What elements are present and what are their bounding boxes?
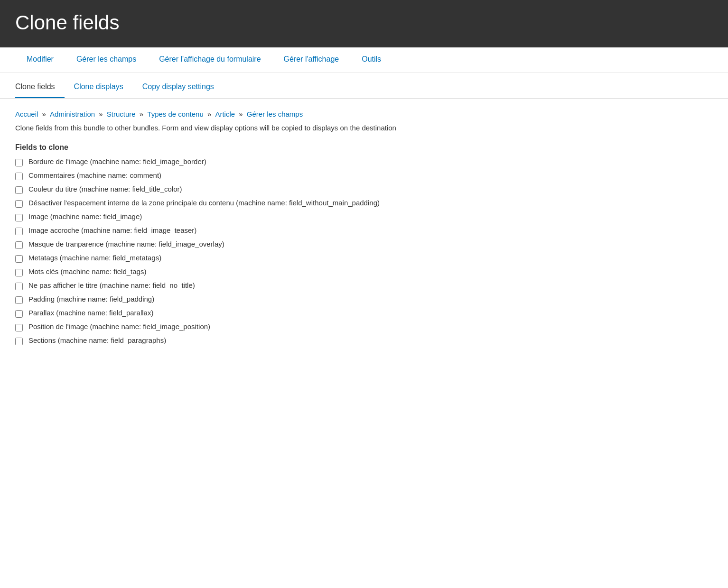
field-label[interactable]: Mots clés (machine name: field_tags) (28, 267, 146, 276)
breadcrumb-accueil[interactable]: Accueil (15, 110, 38, 118)
field-item: Désactiver l'espacement interne de la zo… (15, 199, 713, 208)
field-label[interactable]: Ne pas afficher le titre (machine name: … (28, 281, 195, 289)
field-label[interactable]: Padding (machine name: field_padding) (28, 295, 154, 303)
field-checkbox[interactable] (15, 241, 23, 249)
field-item: Image (machine name: field_image) (15, 212, 713, 221)
main-content: Accueil » Administration » Structure » T… (0, 99, 728, 361)
field-checkbox[interactable] (15, 173, 23, 180)
field-item: Sections (machine name: field_paragraphs… (15, 336, 713, 345)
tab-gerer-affichage[interactable]: Gérer l'affichage (272, 47, 351, 73)
field-item: Bordure de l'image (machine name: field_… (15, 157, 713, 166)
field-label[interactable]: Sections (machine name: field_paragraphs… (28, 336, 166, 344)
field-item: Metatags (machine name: field_metatags) (15, 254, 713, 263)
breadcrumb: Accueil » Administration » Structure » T… (15, 110, 713, 118)
subtab-clone-fields[interactable]: Clone fields (15, 77, 65, 98)
field-item: Couleur du titre (machine name: field_ti… (15, 185, 713, 194)
field-checkbox[interactable] (15, 338, 23, 345)
tab-modifier[interactable]: Modifier (15, 47, 65, 73)
field-item: Position de l'image (machine name: field… (15, 322, 713, 331)
page-header: Clone fields (0, 0, 728, 47)
field-label[interactable]: Image accroche (machine name: field_imag… (28, 226, 196, 234)
field-checkbox[interactable] (15, 283, 23, 290)
field-checkbox[interactable] (15, 324, 23, 331)
fields-section-heading: Fields to clone (15, 143, 713, 152)
tab-gerer-affichage-formulaire[interactable]: Gérer l'affichage du formulaire (148, 47, 272, 73)
field-item: Parallax (machine name: field_parallax) (15, 309, 713, 318)
sub-nav: Clone fields Clone displays Copy display… (0, 77, 728, 99)
field-item: Commentaires (machine name: comment) (15, 171, 713, 180)
fields-list: Bordure de l'image (machine name: field_… (15, 157, 713, 345)
field-label[interactable]: Metatags (machine name: field_metatags) (28, 254, 161, 262)
field-checkbox[interactable] (15, 214, 23, 221)
tab-outils[interactable]: Outils (350, 47, 392, 73)
field-label[interactable]: Bordure de l'image (machine name: field_… (28, 157, 206, 165)
tab-gerer-champs[interactable]: Gérer les champs (65, 47, 148, 73)
field-label[interactable]: Commentaires (machine name: comment) (28, 171, 161, 179)
field-checkbox[interactable] (15, 296, 23, 304)
field-label[interactable]: Position de l'image (machine name: field… (28, 322, 210, 331)
fields-section: Fields to clone Bordure de l'image (mach… (15, 143, 713, 345)
field-item: Mots clés (machine name: field_tags) (15, 267, 713, 276)
field-checkbox[interactable] (15, 310, 23, 318)
field-checkbox[interactable] (15, 159, 23, 166)
field-checkbox[interactable] (15, 269, 23, 276)
breadcrumb-types-contenu[interactable]: Types de contenu (147, 110, 203, 118)
top-nav: Modifier Gérer les champs Gérer l'affich… (0, 47, 728, 73)
field-label[interactable]: Désactiver l'espacement interne de la zo… (28, 199, 380, 207)
breadcrumb-administration[interactable]: Administration (50, 110, 95, 118)
breadcrumb-structure[interactable]: Structure (107, 110, 136, 118)
subtab-copy-display-settings[interactable]: Copy display settings (142, 77, 224, 98)
field-checkbox[interactable] (15, 186, 23, 194)
field-label[interactable]: Parallax (machine name: field_parallax) (28, 309, 153, 317)
field-item: Masque de tranparence (machine name: fie… (15, 240, 713, 249)
breadcrumb-article[interactable]: Article (215, 110, 235, 118)
field-label[interactable]: Couleur du titre (machine name: field_ti… (28, 185, 182, 193)
field-label[interactable]: Image (machine name: field_image) (28, 212, 142, 220)
page-title: Clone fields (15, 11, 713, 34)
field-item: Ne pas afficher le titre (machine name: … (15, 281, 713, 290)
page-description: Clone fields from this bundle to other b… (15, 124, 713, 132)
field-label[interactable]: Masque de tranparence (machine name: fie… (28, 240, 224, 248)
field-checkbox[interactable] (15, 200, 23, 208)
field-checkbox[interactable] (15, 255, 23, 263)
breadcrumb-gerer-champs[interactable]: Gérer les champs (247, 110, 303, 118)
field-item: Padding (machine name: field_padding) (15, 295, 713, 304)
field-checkbox[interactable] (15, 228, 23, 235)
field-item: Image accroche (machine name: field_imag… (15, 226, 713, 235)
subtab-clone-displays[interactable]: Clone displays (74, 77, 133, 98)
